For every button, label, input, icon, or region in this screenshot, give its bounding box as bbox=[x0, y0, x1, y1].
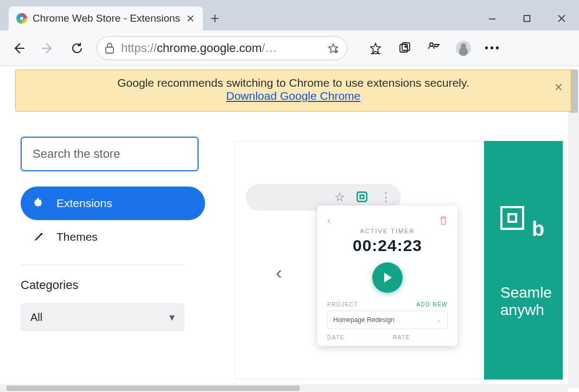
play-button[interactable] bbox=[372, 262, 403, 293]
sidebar: Extensions Themes Categories All ▾ bbox=[5, 124, 222, 344]
download-chrome-link[interactable]: Download Google Chrome bbox=[226, 89, 360, 102]
sidebar-item-themes[interactable]: Themes bbox=[21, 220, 205, 254]
banner-close-button[interactable]: ✕ bbox=[554, 81, 563, 94]
svg-point-4 bbox=[430, 43, 433, 46]
brand-logo-icon bbox=[500, 206, 524, 230]
svg-rect-2 bbox=[400, 44, 408, 52]
favicon-icon bbox=[16, 13, 27, 24]
promo-tagline-1: Seamle bbox=[500, 284, 563, 301]
window-controls bbox=[475, 7, 579, 30]
date-label: DATE bbox=[327, 335, 382, 340]
timer-value: 00:24:23 bbox=[327, 236, 448, 255]
avatar-icon bbox=[456, 41, 471, 56]
project-value: Homepage Redesign bbox=[333, 316, 395, 324]
chrome-recommend-banner: Google recommends switching to Chrome to… bbox=[15, 69, 571, 112]
back-button[interactable] bbox=[9, 38, 28, 58]
caret-down-icon: ▾ bbox=[169, 311, 175, 324]
category-select[interactable]: All ▾ bbox=[21, 303, 184, 331]
bookmark-star-button[interactable] bbox=[327, 42, 339, 54]
sidebar-item-label: Themes bbox=[56, 230, 98, 243]
puzzle-icon bbox=[33, 197, 44, 209]
svg-rect-6 bbox=[357, 192, 366, 201]
carousel-prev-button[interactable]: ‹ bbox=[267, 260, 291, 284]
menu-button[interactable]: ••• bbox=[485, 41, 500, 56]
profile-button[interactable] bbox=[456, 41, 471, 56]
browser-toolbar: https://chrome.google.com/… ••• bbox=[0, 30, 579, 66]
search-field[interactable] bbox=[33, 147, 187, 161]
chevron-left-icon: ‹ bbox=[327, 214, 331, 227]
star-icon: ☆ bbox=[334, 190, 345, 204]
address-bar[interactable]: https://chrome.google.com/… bbox=[97, 36, 347, 60]
category-value: All bbox=[30, 311, 42, 324]
browser-tab[interactable]: Chrome Web Store - Extensions bbox=[9, 7, 203, 30]
svg-rect-1 bbox=[106, 47, 113, 53]
rate-label: RATE bbox=[393, 335, 448, 340]
svg-rect-7 bbox=[360, 195, 364, 199]
brush-icon bbox=[33, 231, 44, 243]
dots-icon: ••• bbox=[485, 42, 501, 54]
horizontal-scrollbar[interactable] bbox=[0, 384, 568, 392]
url-text: https://chrome.google.com/… bbox=[121, 41, 321, 55]
divider bbox=[21, 265, 184, 265]
chevron-down-icon: ⌄ bbox=[436, 316, 442, 324]
brand-letter: b bbox=[532, 217, 544, 241]
forward-button[interactable] bbox=[38, 38, 58, 58]
maximize-button[interactable] bbox=[510, 7, 544, 30]
lock-icon bbox=[105, 43, 114, 54]
page-viewport: Google recommends switching to Chrome to… bbox=[0, 69, 579, 388]
close-tab-button[interactable] bbox=[186, 14, 195, 23]
kebab-icon: ⋮ bbox=[380, 190, 392, 204]
close-window-button[interactable] bbox=[544, 7, 579, 30]
timer-label: ACTIVE TIMER bbox=[327, 228, 448, 234]
scrollbar-thumb[interactable] bbox=[7, 385, 300, 391]
addnew-link[interactable]: ADD NEW bbox=[416, 301, 448, 307]
feedback-button[interactable] bbox=[427, 41, 442, 56]
banner-text: Google recommends switching to Chrome to… bbox=[27, 76, 560, 89]
tab-title: Chrome Web Store - Extensions bbox=[33, 12, 180, 24]
promo-brand-panel: b Seamle anywh bbox=[484, 141, 563, 380]
vertical-scrollbar[interactable] bbox=[568, 69, 579, 388]
project-label: PROJECT bbox=[327, 301, 358, 307]
search-input[interactable] bbox=[21, 137, 199, 171]
categories-heading: Categories bbox=[21, 278, 207, 292]
svg-rect-0 bbox=[524, 16, 530, 22]
new-tab-button[interactable] bbox=[203, 7, 227, 30]
favorites-button[interactable] bbox=[368, 41, 383, 56]
collections-button[interactable] bbox=[397, 41, 412, 56]
promo-tagline-2: anywh bbox=[500, 301, 563, 319]
trash-icon bbox=[439, 216, 448, 226]
promo-carousel: ☆ ⋮ ‹ ACTIVE TIMER 00:24:23 bbox=[234, 141, 563, 380]
sidebar-item-label: Extensions bbox=[56, 197, 112, 210]
extension-icon bbox=[355, 190, 370, 205]
timer-popup: ‹ ACTIVE TIMER 00:24:23 PROJECT ADD NEW … bbox=[317, 205, 457, 346]
svg-point-5 bbox=[41, 233, 43, 235]
minimize-button[interactable] bbox=[475, 7, 510, 30]
project-select[interactable]: Homepage Redesign ⌄ bbox=[327, 311, 448, 329]
refresh-button[interactable] bbox=[67, 38, 87, 58]
window-titlebar: Chrome Web Store - Extensions bbox=[0, 0, 579, 30]
sidebar-item-extensions[interactable]: Extensions bbox=[21, 187, 205, 220]
